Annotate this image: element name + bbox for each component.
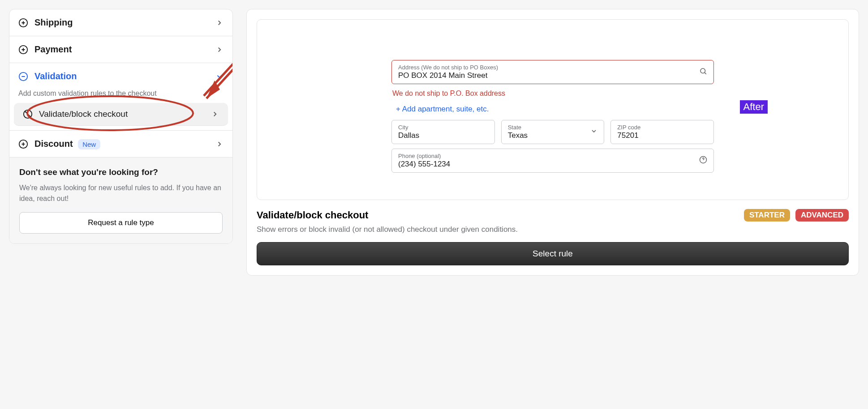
validation-desc: Add custom validation rules to the check…	[9, 89, 232, 103]
field-value: Texas	[508, 131, 598, 140]
field-label: City	[398, 124, 488, 131]
field-label: ZIP code	[617, 124, 707, 131]
plus-circle-icon	[18, 139, 28, 149]
section-discount[interactable]: Discount New	[9, 131, 232, 158]
phone-field[interactable]: Phone (optional) (234) 555-1234	[391, 149, 714, 173]
main-panel: Address (We do not ship to PO Boxes) PO …	[246, 9, 859, 276]
sidebar-footer: Don't see what you're looking for? We're…	[9, 158, 232, 243]
section-label: Validation	[34, 71, 209, 81]
details-desc: Show errors or block invalid (or not all…	[257, 225, 849, 234]
section-payment[interactable]: Payment	[9, 36, 232, 63]
select-rule-button[interactable]: Select rule	[257, 242, 849, 265]
chevron-right-icon	[215, 140, 223, 148]
chevron-right-icon	[211, 110, 219, 118]
footer-title: Don't see what you're looking for?	[19, 167, 223, 177]
chevron-right-icon	[215, 19, 223, 27]
field-label: State	[508, 124, 598, 131]
plus-circle-icon	[18, 18, 28, 28]
tier-starter: STARTER	[744, 209, 790, 222]
field-value: PO BOX 2014 Main Street	[398, 71, 707, 80]
after-badge: After	[740, 100, 768, 114]
city-field[interactable]: City Dallas	[391, 120, 495, 144]
ban-icon	[23, 109, 33, 119]
field-value: Dallas	[398, 131, 488, 140]
svg-line-9	[25, 111, 31, 117]
request-rule-button[interactable]: Request a rule type	[19, 212, 223, 234]
chevron-down-icon	[590, 128, 597, 136]
state-field[interactable]: State Texas	[501, 120, 605, 144]
section-label: Payment	[34, 44, 209, 55]
help-icon[interactable]	[699, 156, 707, 166]
tier-advanced: ADVANCED	[795, 209, 849, 222]
chevron-right-icon	[215, 46, 223, 54]
chevron-down-icon	[215, 72, 223, 81]
preview-card: Address (We do not ship to PO Boxes) PO …	[257, 19, 849, 200]
details-title: Validate/block checkout	[257, 209, 739, 221]
sub-item-label: Validate/block checkout	[39, 109, 205, 119]
field-label: Phone (optional)	[398, 153, 707, 159]
sub-item-validate-block[interactable]: Validate/block checkout	[14, 103, 228, 126]
details: Validate/block checkout STARTER ADVANCED…	[257, 209, 849, 265]
footer-desc: We're always looking for new useful rule…	[19, 183, 223, 204]
badge-new: New	[78, 139, 100, 149]
section-validation[interactable]: Validation	[9, 63, 232, 89]
section-label: Discount New	[34, 139, 209, 149]
plus-circle-icon	[18, 45, 28, 55]
section-label-text: Discount	[34, 139, 73, 149]
section-label: Shipping	[34, 17, 209, 28]
error-message: We do not ship to P.O. Box address	[391, 89, 714, 98]
checkout-form: Address (We do not ship to PO Boxes) PO …	[391, 60, 714, 173]
field-value: (234) 555-1234	[398, 160, 707, 169]
address-field[interactable]: Address (We do not ship to PO Boxes) PO …	[391, 60, 714, 84]
sidebar: Shipping Payment Validation Add custom v…	[9, 9, 233, 244]
zip-field[interactable]: ZIP code 75201	[610, 120, 714, 144]
search-icon[interactable]	[699, 67, 707, 77]
add-apartment-link[interactable]: + Add apartment, suite, etc.	[391, 102, 714, 115]
field-value: 75201	[617, 131, 707, 140]
section-shipping[interactable]: Shipping	[9, 9, 232, 36]
svg-point-17	[700, 68, 705, 73]
field-label: Address (We do not ship to PO Boxes)	[398, 64, 707, 71]
svg-line-18	[705, 72, 706, 74]
minus-circle-icon	[18, 72, 28, 81]
